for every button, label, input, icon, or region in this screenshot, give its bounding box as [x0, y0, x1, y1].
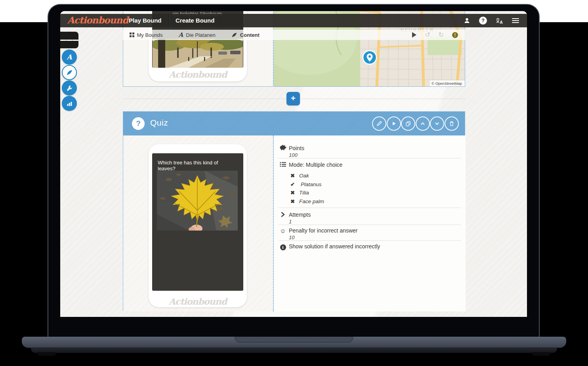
preview-play-button[interactable] [412, 32, 416, 38]
copy-icon [405, 120, 411, 127]
redo-icon[interactable]: ↻ [439, 32, 444, 38]
user-icon[interactable] [464, 17, 470, 24]
actionbound-a-icon: A [67, 53, 72, 61]
answer-check-icon: ✔ [290, 181, 295, 187]
pencil-icon [376, 120, 382, 127]
undo-icon[interactable]: ↺ [425, 32, 430, 38]
penalty-smiley-icon: ☺ [279, 228, 286, 234]
breadcrumb-content[interactable]: Content [231, 32, 260, 38]
phone-screen: Which tree has this kind of leaves? [152, 153, 243, 291]
map-marker-icon[interactable] [363, 51, 376, 64]
sidebar-toggle-button[interactable] [60, 32, 78, 48]
leaf-photo [157, 171, 238, 231]
play-icon [391, 120, 397, 127]
laptop-base-edge [31, 347, 557, 353]
attempts-chevron-icon [279, 212, 286, 218]
sidebar-content-button[interactable] [62, 65, 77, 80]
map-attribution[interactable]: © OpenStreetMap [431, 81, 462, 86]
quiz-question-text: Which tree has this kind of leaves? [158, 160, 237, 172]
actionbound-watermark: Actionbound [149, 69, 247, 80]
actionbound-a-icon: A [179, 31, 183, 38]
nav-play-bound[interactable]: Play Bound [129, 17, 162, 24]
duplicate-button[interactable] [401, 116, 415, 131]
help-icon[interactable]: ? [479, 17, 487, 25]
browser-viewport: ein beliebter Alleebaum. [60, 11, 527, 317]
bar-chart-icon [66, 100, 73, 107]
quiz-card-title: Quiz [150, 118, 168, 128]
laptop-foot [532, 352, 550, 356]
breadcrumb-label: My Bounds [137, 32, 163, 38]
answer-cross-icon: ✖ [290, 190, 295, 196]
answer-label: Platanus [301, 181, 322, 187]
laptop-foot [38, 352, 56, 356]
move-up-button[interactable] [416, 116, 430, 131]
sidebar-settings-button[interactable] [62, 80, 77, 95]
chevron-down-icon [434, 120, 440, 127]
laptop-base [22, 337, 566, 348]
actionbound-logo[interactable]: Actionbound [67, 15, 128, 25]
mode-list-icon [279, 162, 286, 168]
quiz-details-panel: Points 100 Mode: Multiple choice ✖ Oak ✔… [273, 135, 466, 311]
chevron-up-icon [420, 120, 426, 127]
breadcrumb-my-bounds[interactable]: My Bounds [130, 32, 163, 38]
warning-icon[interactable]: ! [452, 32, 458, 38]
chevron-separator-icon [169, 32, 174, 37]
sidebar-results-button[interactable] [62, 96, 77, 111]
menu-icon[interactable] [512, 17, 519, 24]
info-icon: i [279, 244, 286, 250]
delete-button[interactable] [445, 116, 459, 131]
feather-icon [66, 69, 73, 76]
attempts-value: 1 [289, 219, 292, 225]
quiz-type-icon: ? [132, 117, 145, 130]
attempts-label: Attempts [289, 212, 311, 218]
laptop-notch [235, 337, 353, 343]
breadcrumb-label: Die Platanen [186, 32, 215, 38]
nav-create-bound[interactable]: Create Bound [176, 17, 214, 24]
top-navbar: Actionbound Play Bound Create Bound ? A [60, 14, 527, 27]
svg-text:A: A [500, 20, 503, 24]
penalty-value: 10 [289, 234, 294, 240]
penalty-label: Penalty for incorrect answer [289, 227, 358, 234]
edit-button[interactable] [372, 116, 386, 131]
street-photo [153, 39, 243, 68]
chevron-separator-icon [222, 32, 226, 37]
breadcrumb-toolbar: My Bounds A Die Platanen Content ↺ ↻ ! [123, 30, 465, 40]
breadcrumb-bound-name[interactable]: A Die Platanen [179, 31, 216, 38]
add-element-button[interactable]: + [286, 92, 300, 105]
quiz-card-header: ? Quiz [123, 112, 465, 135]
sidebar-bound-button[interactable]: A [62, 50, 77, 65]
translate-icon[interactable]: A [496, 17, 503, 24]
grid-icon [130, 32, 134, 37]
breadcrumb-label: Content [240, 32, 260, 38]
laptop-mockup: ein beliebter Alleebaum. [0, 0, 588, 366]
points-label: Points [289, 145, 304, 151]
answer-label: Face palm [299, 198, 324, 204]
solution-label: Show solution if answered incorrectly [289, 243, 380, 250]
answer-cross-icon: ✖ [290, 173, 295, 179]
answer-cross-icon: ✖ [290, 198, 295, 204]
phone-preview: Which tree has this kind of leaves? [149, 144, 247, 307]
quiz-card: ? Quiz [123, 111, 465, 311]
points-piggybank-icon [279, 145, 286, 152]
actionbound-watermark: Actionbound [149, 296, 247, 307]
points-value: 100 [289, 152, 298, 158]
wrench-icon [66, 85, 73, 92]
preview-button[interactable] [387, 116, 401, 131]
answer-label: Tilia [299, 190, 309, 196]
feather-icon [231, 32, 237, 38]
mode-label: Mode: Multiple choice [289, 162, 342, 168]
move-down-button[interactable] [430, 116, 444, 131]
answer-label: Oak [299, 173, 309, 179]
trash-icon [449, 120, 455, 127]
